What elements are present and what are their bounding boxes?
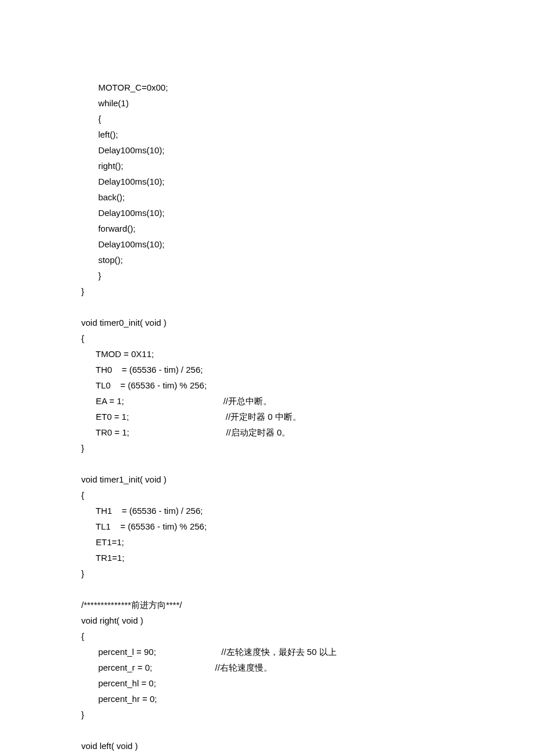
code-line: left();: [81, 127, 453, 142]
code-line: void left( void ): [81, 738, 453, 754]
code-line: }: [81, 566, 453, 581]
code-line: Delay100ms(10);: [81, 236, 453, 252]
code-line: [81, 299, 453, 315]
code-line: }: [81, 707, 453, 722]
code-line: TR1=1;: [81, 550, 453, 566]
code-line: }: [81, 268, 453, 283]
code-line: EA = 1; //开总中断。: [81, 393, 453, 409]
code-line: void right( void ): [81, 613, 453, 628]
code-line: stop();: [81, 252, 453, 268]
code-line: percent_r = 0; //右轮速度慢。: [81, 660, 453, 675]
code-line: TL1 = (65536 - tim) % 256;: [81, 519, 453, 534]
code-line: Delay100ms(10);: [81, 205, 453, 221]
code-line: ET1=1;: [81, 534, 453, 550]
code-line: {: [81, 754, 453, 756]
code-line: [81, 581, 453, 597]
code-line: [81, 456, 453, 471]
code-line: /**************前进方向****/: [81, 597, 453, 613]
code-line: {: [81, 628, 453, 644]
code-line: [81, 722, 453, 738]
code-block: MOTOR_C=0x00; while(1) { left(); Delay10…: [81, 80, 453, 756]
code-line: {: [81, 111, 453, 127]
code-line: {: [81, 330, 453, 346]
code-line: MOTOR_C=0x00;: [81, 80, 453, 95]
code-line: right();: [81, 158, 453, 174]
code-line: TH1 = (65536 - tim) / 256;: [81, 503, 453, 519]
document-page: MOTOR_C=0x00; while(1) { left(); Delay10…: [0, 0, 534, 756]
code-line: TH0 = (65536 - tim) / 256;: [81, 362, 453, 377]
code-line: TR0 = 1; //启动定时器 0。: [81, 424, 453, 440]
code-line: TL0 = (65536 - tim) % 256;: [81, 377, 453, 393]
code-line: forward();: [81, 221, 453, 236]
code-line: TMOD = 0X11;: [81, 346, 453, 362]
code-line: percent_hl = 0;: [81, 675, 453, 691]
code-line: {: [81, 487, 453, 503]
code-line: void timer0_init( void ): [81, 315, 453, 330]
code-line: while(1): [81, 95, 453, 111]
code-line: Delay100ms(10);: [81, 174, 453, 189]
code-line: }: [81, 283, 453, 299]
code-line: back();: [81, 189, 453, 205]
code-line: percent_l = 90; //左轮速度快，最好去 50 以上: [81, 644, 453, 660]
code-line: percent_hr = 0;: [81, 691, 453, 707]
code-line: ET0 = 1; //开定时器 0 中断。: [81, 409, 453, 424]
code-line: Delay100ms(10);: [81, 142, 453, 158]
code-line: }: [81, 440, 453, 456]
code-line: void timer1_init( void ): [81, 471, 453, 487]
